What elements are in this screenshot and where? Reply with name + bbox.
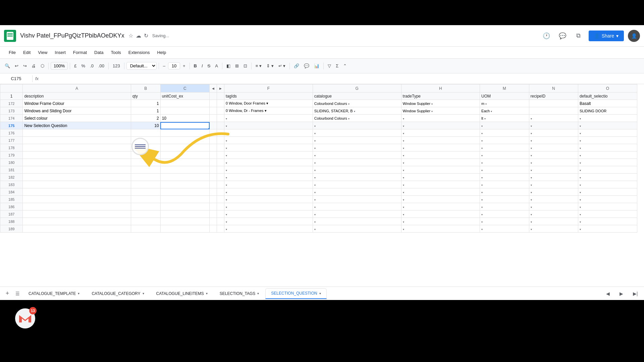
cell-N173[interactable] — [529, 107, 578, 115]
text-color-btn[interactable]: A — [213, 62, 220, 70]
cell-M175[interactable]: ▾ — [480, 122, 529, 129]
tab-catalogue-category[interactable]: CATALOGUE_CATEGORY ▾ — [86, 288, 150, 299]
paint-format-btn[interactable]: ⬡ — [39, 62, 46, 70]
cell-N1[interactable]: recipeID — [529, 93, 578, 100]
gmail-notification[interactable]: 13 — [15, 308, 35, 328]
fill-color-btn[interactable]: ◧ — [224, 62, 232, 70]
menu-data[interactable]: Data — [91, 49, 107, 56]
cell-A1[interactable]: description — [23, 93, 131, 100]
col-header-A[interactable]: A — [23, 84, 131, 93]
col-header-O[interactable]: O — [578, 84, 637, 93]
dec-increase-btn[interactable]: .00 — [96, 62, 106, 70]
sheet-menu-btn[interactable]: ☰ — [13, 289, 22, 298]
cell-C172[interactable] — [160, 100, 210, 107]
zoom-selector[interactable]: 100% — [51, 62, 68, 70]
cell-G174[interactable]: Colourbond Colours ▾ — [313, 115, 401, 122]
tab-selection-question[interactable]: SELECTION_QUESTION ▾ — [265, 288, 326, 299]
dec-decrease-btn[interactable]: .0 — [88, 62, 96, 70]
menu-tools[interactable]: Tools — [107, 49, 124, 56]
col-header-N[interactable]: N — [529, 84, 578, 93]
cell-B173[interactable]: 1 — [131, 107, 160, 115]
cell-B1[interactable]: qty — [131, 93, 160, 100]
num-format-btn[interactable]: 123 — [111, 62, 122, 70]
cell-N174[interactable]: ▾ — [529, 115, 578, 122]
borders-btn[interactable]: ⊞ — [233, 62, 241, 70]
search-btn[interactable]: 🔍 — [3, 62, 12, 70]
cell-F175[interactable]: ▾ — [224, 122, 313, 129]
cell-H174[interactable]: ▾ — [401, 115, 480, 122]
cell-O173[interactable]: SLIDING DOOR — [578, 107, 637, 115]
sync-icon[interactable]: ↻ — [144, 33, 148, 39]
font-selector[interactable]: Default... — [126, 62, 157, 70]
add-sheet-btn[interactable]: + — [3, 289, 12, 298]
cell-H1[interactable]: tradeType — [401, 93, 480, 100]
col-header-F[interactable]: F — [224, 84, 313, 93]
print-btn[interactable]: 🖨 — [30, 62, 38, 70]
tab-prev-btn[interactable]: ◀ — [602, 288, 614, 300]
redo-btn[interactable]: ↪ — [21, 62, 29, 70]
cell-B172[interactable]: 1 — [131, 100, 160, 107]
col-header-B[interactable]: B — [131, 84, 160, 93]
tab-expand-btn[interactable]: ▶| — [629, 288, 641, 300]
cell-O175[interactable]: ▾ — [578, 122, 637, 129]
cell-N172[interactable] — [529, 100, 578, 107]
wrap-btn[interactable]: ↵ ▾ — [276, 62, 288, 70]
font-size-increase-btn[interactable]: + — [181, 62, 187, 70]
link-btn[interactable]: 🔗 — [292, 62, 301, 70]
cell-M172[interactable]: m ▾ — [480, 100, 529, 107]
cell-H172[interactable]: Window Supplier ▾ — [401, 100, 480, 107]
merge-btn[interactable]: ⊡ — [241, 62, 249, 70]
font-size-input[interactable] — [168, 62, 180, 69]
menu-edit[interactable]: Edit — [20, 49, 34, 56]
cell-A173[interactable]: Windows and Sliding Door — [23, 107, 131, 115]
cell-O174[interactable]: ▾ — [578, 115, 637, 122]
cell-F172[interactable]: 0 Window, Door Frames ▾ — [224, 100, 313, 107]
cell-C173[interactable] — [160, 107, 210, 115]
valign-btn[interactable]: ⇕ ▾ — [264, 62, 276, 70]
cell-M174[interactable]: lt ▾ — [480, 115, 529, 122]
tab-catalogue-lineitems[interactable]: CATALOGUE_LINEITEMS ▾ — [151, 288, 213, 299]
col-header-G[interactable]: G — [313, 84, 401, 93]
col-header-M[interactable]: M — [480, 84, 529, 93]
tab-catalogue-template[interactable]: CATALOGUE_TEMPLATE ▾ — [23, 288, 85, 299]
cell-C174[interactable]: 10 — [160, 115, 210, 122]
menu-format[interactable]: Format — [70, 49, 90, 56]
cloud-icon[interactable]: ☁ — [136, 33, 141, 39]
menu-extensions[interactable]: Extensions — [125, 49, 153, 56]
currency-btn[interactable]: £ — [72, 62, 78, 70]
avatar[interactable]: 👤 — [628, 30, 640, 42]
cell-reference[interactable]: C175 — [3, 76, 30, 81]
cell-M1[interactable]: UOM — [480, 93, 529, 100]
cell-G1[interactable]: catalogue — [313, 93, 401, 100]
comment-btn[interactable]: 💬 — [302, 62, 311, 70]
font-size-decrease-btn[interactable]: – — [161, 62, 167, 70]
expand-btn[interactable]: ⌃ — [341, 62, 349, 70]
cell-O1[interactable]: default_selectio — [578, 93, 637, 100]
cell-A172[interactable]: Window Frame Colour — [23, 100, 131, 107]
share-button[interactable]: 👤 Share ▾ — [589, 31, 624, 41]
cell-F174[interactable]: ▾ — [224, 115, 313, 122]
menu-view[interactable]: View — [35, 49, 51, 56]
cell-F1[interactable]: tagIds — [224, 93, 313, 100]
fill-handle[interactable] — [208, 128, 210, 129]
col-header-H[interactable]: H — [401, 84, 480, 93]
cell-A175[interactable]: New Selection Question — [23, 122, 131, 129]
cell-B175[interactable]: 10 — [131, 122, 160, 129]
cell-C1[interactable]: unitCost_ex — [160, 93, 210, 100]
italic-btn[interactable]: I — [200, 62, 205, 70]
tab-next-btn[interactable]: ▶ — [615, 288, 627, 300]
menu-file[interactable]: File — [5, 49, 19, 56]
chart-btn[interactable]: 📊 — [312, 62, 321, 70]
cell-G175[interactable]: ▾ — [313, 122, 401, 129]
cell-C175[interactable] — [160, 122, 210, 129]
cell-N175[interactable]: ▾ — [529, 122, 578, 129]
history-icon[interactable]: 🕐 — [540, 30, 552, 42]
align-btn[interactable]: ≡ ▾ — [254, 62, 264, 70]
present-icon[interactable]: ⧉ — [573, 30, 585, 42]
comment-icon[interactable]: 💬 — [556, 30, 569, 42]
tab-selection-tags[interactable]: SELECTION_TAGS ▾ — [214, 288, 265, 299]
menu-help[interactable]: Help — [154, 49, 169, 56]
bold-btn[interactable]: B — [192, 62, 199, 70]
cell-O172[interactable]: Basalt — [578, 100, 637, 107]
strikethrough-btn[interactable]: S — [206, 62, 213, 70]
